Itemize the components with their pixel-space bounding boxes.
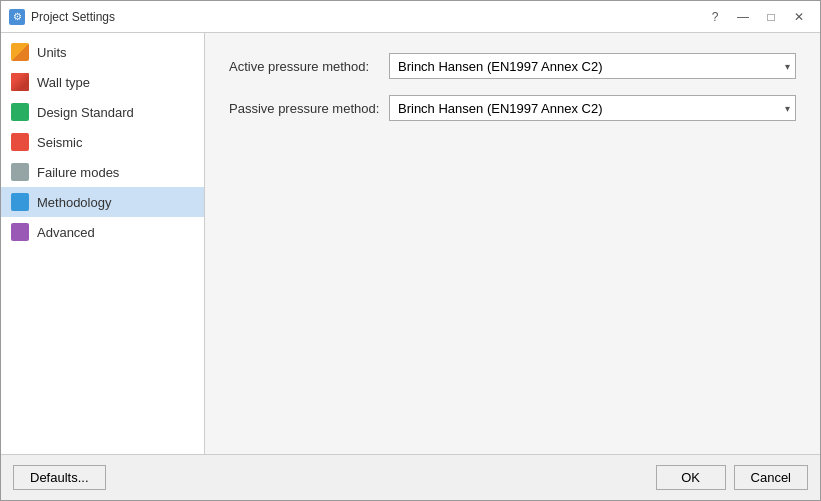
passive-pressure-select[interactable]: Brinch Hansen (EN1997 Annex C2) Coulomb … bbox=[389, 95, 796, 121]
main-content: Units Wall type Design Standard Seismic … bbox=[1, 33, 820, 454]
walltype-icon bbox=[11, 73, 29, 91]
sidebar-item-methodology[interactable]: Methodology bbox=[1, 187, 204, 217]
seismic-icon bbox=[11, 133, 29, 151]
action-buttons: OK Cancel bbox=[656, 465, 808, 490]
sidebar: Units Wall type Design Standard Seismic … bbox=[1, 33, 205, 454]
cancel-button[interactable]: Cancel bbox=[734, 465, 808, 490]
window-title: Project Settings bbox=[31, 10, 115, 24]
passive-pressure-row: Passive pressure method: Brinch Hansen (… bbox=[229, 95, 796, 121]
sidebar-item-failure-modes[interactable]: Failure modes bbox=[1, 157, 204, 187]
sidebar-item-wall-type[interactable]: Wall type bbox=[1, 67, 204, 97]
failure-icon bbox=[11, 163, 29, 181]
minimize-button[interactable]: — bbox=[730, 7, 756, 27]
sidebar-item-advanced[interactable]: Advanced bbox=[1, 217, 204, 247]
sidebar-item-units[interactable]: Units bbox=[1, 37, 204, 67]
active-pressure-select-wrapper: Brinch Hansen (EN1997 Annex C2) Coulomb … bbox=[389, 53, 796, 79]
project-settings-window: ⚙ Project Settings ? — □ ✕ Units Wall ty… bbox=[0, 0, 821, 501]
active-pressure-select[interactable]: Brinch Hansen (EN1997 Annex C2) Coulomb … bbox=[389, 53, 796, 79]
content-area: Active pressure method: Brinch Hansen (E… bbox=[205, 33, 820, 454]
window-icon: ⚙ bbox=[9, 9, 25, 25]
defaults-button[interactable]: Defaults... bbox=[13, 465, 106, 490]
sidebar-label-failure-modes: Failure modes bbox=[37, 165, 119, 180]
active-pressure-row: Active pressure method: Brinch Hansen (E… bbox=[229, 53, 796, 79]
help-button[interactable]: ? bbox=[702, 7, 728, 27]
title-bar-buttons: ? — □ ✕ bbox=[702, 7, 812, 27]
ok-button[interactable]: OK bbox=[656, 465, 726, 490]
title-bar-left: ⚙ Project Settings bbox=[9, 9, 115, 25]
sidebar-label-wall-type: Wall type bbox=[37, 75, 90, 90]
sidebar-label-units: Units bbox=[37, 45, 67, 60]
maximize-button[interactable]: □ bbox=[758, 7, 784, 27]
design-icon bbox=[11, 103, 29, 121]
advanced-icon bbox=[11, 223, 29, 241]
passive-pressure-select-wrapper: Brinch Hansen (EN1997 Annex C2) Coulomb … bbox=[389, 95, 796, 121]
close-button[interactable]: ✕ bbox=[786, 7, 812, 27]
sidebar-label-design-standard: Design Standard bbox=[37, 105, 134, 120]
sidebar-item-seismic[interactable]: Seismic bbox=[1, 127, 204, 157]
passive-pressure-label: Passive pressure method: bbox=[229, 101, 389, 116]
bottom-bar: Defaults... OK Cancel bbox=[1, 454, 820, 500]
sidebar-label-seismic: Seismic bbox=[37, 135, 83, 150]
units-icon bbox=[11, 43, 29, 61]
sidebar-label-methodology: Methodology bbox=[37, 195, 111, 210]
title-bar: ⚙ Project Settings ? — □ ✕ bbox=[1, 1, 820, 33]
active-pressure-label: Active pressure method: bbox=[229, 59, 389, 74]
methodology-icon bbox=[11, 193, 29, 211]
sidebar-label-advanced: Advanced bbox=[37, 225, 95, 240]
sidebar-item-design-standard[interactable]: Design Standard bbox=[1, 97, 204, 127]
